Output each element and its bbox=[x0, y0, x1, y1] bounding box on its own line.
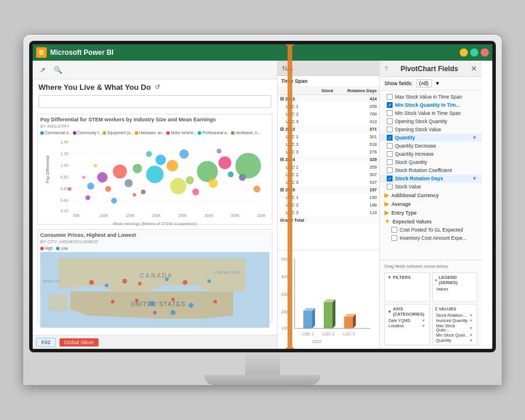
svg-text:250K: 250K bbox=[178, 214, 188, 218]
pivot-title: PivotChart Fields bbox=[401, 65, 459, 73]
svg-point-26 bbox=[146, 166, 164, 183]
values-item-5[interactable]: Quantity ▼ bbox=[435, 338, 475, 343]
pivot-show-fields: Show fields: (All) ▼ bbox=[380, 77, 482, 90]
field-item-rotation-section[interactable]: ✓ Stock Rotation Days ▼ bbox=[380, 174, 482, 183]
bubble-chart-container: Pay Differential for STEM workers by Ind… bbox=[37, 114, 272, 225]
help-icon[interactable]: ? bbox=[384, 65, 388, 72]
svg-point-57 bbox=[105, 284, 108, 287]
values-item-arrow: ▼ bbox=[469, 338, 473, 342]
field-checkbox-checked[interactable]: ✓ bbox=[387, 102, 393, 108]
field-checkbox[interactable] bbox=[387, 159, 393, 165]
values-item-4[interactable]: Min Stock Quan... ▼ bbox=[435, 332, 475, 338]
folder-item-entry-type[interactable]: ▶ Entry Type bbox=[380, 208, 482, 217]
powerbi-app: B Microsoft Power BI ↗ 🔍 bbox=[33, 44, 492, 349]
orange-top-cap bbox=[286, 44, 294, 46]
svg-text:LOC 3: LOC 3 bbox=[343, 332, 355, 336]
legend-zone-title: ≡ LEGEND (SERIES) bbox=[435, 275, 475, 285]
folder-item-average[interactable]: ▶ Average bbox=[380, 200, 482, 208]
svg-point-22 bbox=[88, 183, 94, 190]
values-item-1[interactable]: Stock Rotation ... ▼ bbox=[435, 313, 475, 318]
svg-point-23 bbox=[97, 172, 108, 183]
field-item[interactable]: Stock Rotation Coefficient bbox=[380, 166, 482, 174]
minimize-button[interactable] bbox=[460, 48, 468, 57]
field-item-cost[interactable]: Cost Posted To GL Expected bbox=[380, 226, 482, 234]
field-list[interactable]: Max Stock Value in Time Span ✓ Min Stock… bbox=[380, 90, 482, 260]
expand-icon[interactable]: ↗ bbox=[37, 65, 48, 75]
svg-text:Beijing Shi: Beijing Shi bbox=[43, 279, 60, 283]
field-item[interactable]: Min Stock Value in Time Span bbox=[380, 109, 482, 117]
field-checkbox[interactable] bbox=[387, 151, 393, 157]
svg-point-46 bbox=[146, 151, 152, 157]
field-item[interactable]: Opening Stock Value bbox=[380, 125, 482, 134]
svg-point-39 bbox=[228, 172, 234, 177]
drag-info: Drag fields between areas below: bbox=[384, 264, 477, 269]
field-checkbox[interactable] bbox=[387, 143, 393, 149]
folder-item-additional-currency[interactable]: ▶ Additional Currency bbox=[380, 191, 482, 200]
legend-dot bbox=[40, 131, 44, 135]
map-chart-container: Consumer Prices, Highest and Lowest BY C… bbox=[37, 229, 272, 323]
orange-line bbox=[288, 44, 292, 349]
field-checkbox[interactable] bbox=[387, 118, 393, 124]
field-checkbox[interactable] bbox=[391, 235, 397, 241]
values-item-3[interactable]: Max Stock Quan... ▼ bbox=[435, 323, 475, 332]
folder-item-expected-values[interactable]: ▼ Expected Values bbox=[380, 217, 482, 226]
folder-icon: ▼ bbox=[384, 218, 390, 225]
svg-point-38 bbox=[209, 178, 218, 188]
legend-zone[interactable]: ≡ LEGEND (SERIES) Values bbox=[432, 272, 478, 302]
field-checkbox[interactable] bbox=[387, 127, 393, 132]
show-fields-arrow[interactable]: ▼ bbox=[435, 80, 440, 86]
filters-zone[interactable]: ▼ FILTERS bbox=[384, 272, 430, 302]
values-item-2[interactable]: Invoiced Quantity ▼ bbox=[435, 318, 475, 323]
filter-icon: ▼ bbox=[387, 275, 391, 280]
global-slicer-button[interactable]: Global Slicer bbox=[60, 338, 99, 346]
field-checkbox[interactable] bbox=[387, 167, 393, 173]
field-item[interactable]: Max Stock Value in Time Span bbox=[380, 93, 482, 101]
charts-area: Pay Differential for STEM workers by Ind… bbox=[33, 111, 277, 335]
field-item-quantity-section[interactable]: ✓ Quantity ▼ bbox=[380, 134, 482, 142]
pivot-close-button[interactable]: ✕ bbox=[471, 64, 477, 73]
svg-point-24 bbox=[113, 164, 127, 178]
search-icon[interactable]: 🔍 bbox=[52, 65, 63, 75]
bubble-chart-title: Pay Differential for STEM workers by Ind… bbox=[40, 117, 270, 123]
field-checkbox[interactable] bbox=[391, 227, 397, 233]
field-item-inventory[interactable]: Inventory Cost Amount Expe... bbox=[380, 234, 482, 242]
svg-text:100K: 100K bbox=[100, 214, 109, 218]
field-checkbox[interactable] bbox=[387, 184, 393, 190]
stock-table-area[interactable]: Stock Rotation Days ⊟ 2012414 bbox=[278, 87, 379, 250]
close-button[interactable] bbox=[481, 48, 489, 57]
svg-marker-79 bbox=[312, 308, 315, 328]
search-bar[interactable] bbox=[38, 95, 271, 108]
refresh-icon[interactable]: ↺ bbox=[155, 83, 160, 91]
field-item[interactable]: Stock Value bbox=[380, 183, 482, 191]
map-legend: High Low bbox=[40, 246, 270, 250]
legend-dot bbox=[73, 131, 76, 135]
field-checkbox[interactable] bbox=[387, 110, 393, 116]
table-row-grand-total: Grand Total bbox=[278, 216, 379, 224]
filters-zone-title: ▼ FILTERS bbox=[387, 275, 427, 280]
axis-item-location[interactable]: Location ▼ bbox=[387, 323, 427, 328]
title-bar: B Microsoft Power BI bbox=[33, 44, 492, 61]
drag-areas: Drag fields between areas below: ▼ FILTE… bbox=[380, 260, 482, 349]
svg-text:300K: 300K bbox=[205, 214, 214, 218]
table-row: LOC 1301 bbox=[278, 133, 379, 141]
show-fields-value[interactable]: (All) bbox=[416, 79, 432, 88]
field-item[interactable]: Opening Stock Quantity bbox=[380, 117, 482, 125]
legend-dot bbox=[135, 131, 138, 135]
field-checkbox[interactable] bbox=[387, 94, 393, 100]
page-button[interactable]: F02 bbox=[36, 338, 56, 347]
legend-item: Motor vehicle... bbox=[166, 131, 197, 135]
field-item[interactable]: Quantity Decrease bbox=[380, 142, 482, 150]
axis-zone[interactable]: ▼ AXIS (CATEGORIES) Date YQMD ▼ Location bbox=[384, 304, 430, 345]
field-item[interactable]: Quantity Increase bbox=[380, 150, 482, 158]
map-chart-subtitle: BY CITY: HIGHEST/LOWEST bbox=[40, 239, 270, 244]
field-item-checked[interactable]: ✓ Min Stock Quantity in Tim... bbox=[380, 101, 482, 109]
field-checkbox-checked[interactable]: ✓ bbox=[387, 176, 393, 181]
field-checkbox-checked[interactable]: ✓ bbox=[387, 135, 393, 141]
field-item[interactable]: Stock Quantity bbox=[380, 158, 482, 166]
svg-text:2015: 2015 bbox=[312, 340, 321, 344]
svg-point-33 bbox=[125, 179, 133, 187]
axis-zone-title: ▼ AXIS (CATEGORIES) bbox=[387, 306, 427, 317]
maximize-button[interactable] bbox=[470, 48, 478, 57]
values-zone[interactable]: Σ VALUES Stock Rotation ... ▼ Invoiced Q… bbox=[432, 304, 478, 345]
axis-item-date[interactable]: Date YQMD ▼ bbox=[387, 318, 427, 323]
